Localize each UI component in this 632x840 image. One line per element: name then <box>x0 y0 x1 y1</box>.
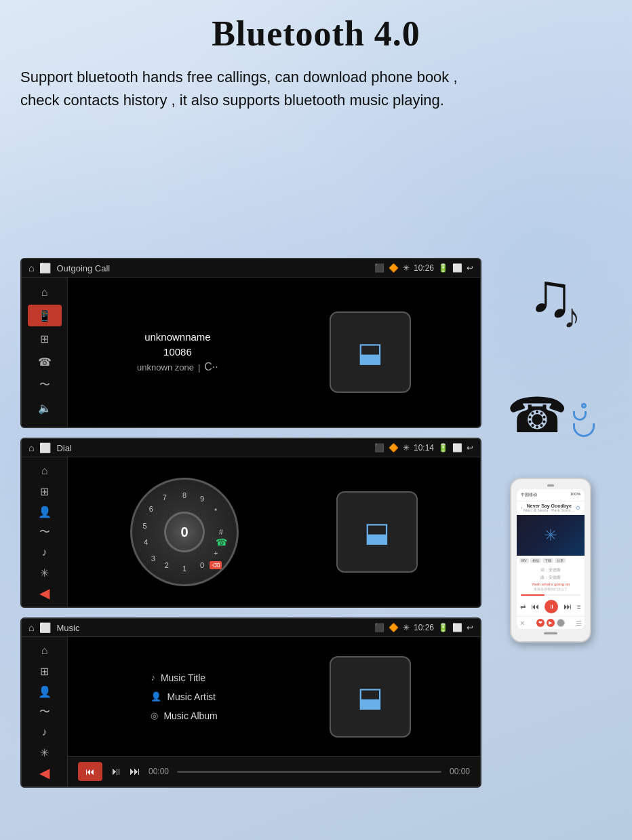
phone-share-icon[interactable]: ⊙ <box>576 505 580 511</box>
phone-status-bar: 中国移动 100% <box>517 489 585 501</box>
dial-screen: ⌂ ⬜ Dial ⬛ 🔶 ✳ 10:14 🔋 ⬜ ↩ ⌂ ⊞ <box>20 438 481 608</box>
sb3-bt[interactable]: ✳ <box>28 743 62 762</box>
phone-pause-icon: ⏸ <box>549 604 554 610</box>
screen-icon-s3: ⬜ <box>39 622 51 633</box>
dial-num-6[interactable]: 6 <box>149 505 153 513</box>
phone-menu[interactable]: ☰ <box>576 619 582 627</box>
music-album-item: ◎ Music Album <box>151 710 217 721</box>
phone-song-title: Never Say Goodbye <box>524 503 575 508</box>
sb3-grid[interactable]: ⊞ <box>28 662 62 681</box>
screen3-header-right: ⬛ 🔶 ✳ 10:26 🔋 ⬜ ↩ <box>374 623 473 632</box>
screen2-content: 8 9 * # + 0 1 2 3 4 5 6 <box>68 457 480 607</box>
dial-num-7[interactable]: 7 <box>163 493 167 501</box>
dot-next[interactable] <box>557 619 565 627</box>
dot-play[interactable]: ▶ <box>547 619 555 627</box>
sb2-bt[interactable]: ✳ <box>28 563 62 582</box>
progress-bar[interactable] <box>177 771 441 773</box>
back-icon-s2[interactable]: ↩ <box>467 443 473 453</box>
dial-num-9[interactable]: 9 <box>200 495 204 503</box>
page-title: Bluetooth 4.0 <box>20 14 612 54</box>
time-s1: 10:26 <box>414 263 434 273</box>
sb3-arrow[interactable]: ◀ <box>28 763 62 782</box>
next-button[interactable]: ⏭ <box>130 765 140 778</box>
sb1-call[interactable]: ☎ <box>28 351 62 373</box>
caller-zone: unknown zone | C·· <box>137 361 218 373</box>
phone-back-arrow[interactable]: ‹ <box>521 505 523 511</box>
sb3-user[interactable]: 👤 <box>28 682 62 701</box>
dial-num-plus[interactable]: + <box>214 549 218 557</box>
sb1-grid[interactable]: ⊞ <box>28 328 62 349</box>
dial-num-star[interactable]: * <box>214 507 217 515</box>
dial-call-green[interactable]: ☎ <box>215 537 229 547</box>
sb1-home[interactable]: ⌂ <box>28 282 62 303</box>
phone-nav: ‹ Never Say Goodbye Marc & Nesta . Park … <box>517 501 585 515</box>
phone-progress[interactable] <box>521 594 580 596</box>
bt-icon-s3: ✳ <box>403 623 410 632</box>
dial-delete[interactable]: ⌫ <box>210 561 222 569</box>
bt-circle-s1: ⬓ <box>330 311 411 393</box>
phone-prev[interactable]: ⏮ <box>531 602 539 611</box>
sb1-phone[interactable]: 📱 <box>28 305 62 326</box>
music-artist-text: Music Artist <box>167 691 216 702</box>
signal-icon-s1: 🔶 <box>389 263 399 273</box>
music-album-icon: ◎ <box>151 710 158 721</box>
sb2-home[interactable]: ⌂ <box>28 461 62 480</box>
sb2-arrow[interactable]: ◀ <box>28 584 62 603</box>
dial-num-0bot[interactable]: 0 <box>200 561 204 569</box>
phone-status-content: 中国移动 100% <box>521 492 580 498</box>
phone-next[interactable]: ⏭ <box>564 602 572 611</box>
bt-symbol-s3: ⬓ <box>357 681 383 712</box>
phone-close[interactable]: ✕ <box>519 619 525 627</box>
fullscreen-icon-s2[interactable]: ⬜ <box>452 443 462 453</box>
lyric-line3: Yeah what's going on <box>521 582 580 586</box>
dot-red[interactable]: ❤ <box>536 619 545 627</box>
phone-home-button[interactable] <box>544 632 557 634</box>
dial-pad[interactable]: 8 9 * # + 0 1 2 3 4 5 6 <box>130 478 239 586</box>
sb3-wifi[interactable]: 〜 <box>28 702 62 721</box>
sb3-music[interactable]: ♪ <box>28 723 62 742</box>
dial-num-5[interactable]: 5 <box>142 522 146 530</box>
phone-play-main[interactable]: ⏸ <box>545 600 558 613</box>
sb1-volume[interactable]: 🔈 <box>28 397 62 419</box>
dial-num-hash[interactable]: # <box>219 528 223 536</box>
fullscreen-icon-s1[interactable]: ⬜ <box>452 263 462 273</box>
sb2-grid[interactable]: ⊞ <box>28 482 62 501</box>
signal-icon-s2: 🔶 <box>389 443 399 453</box>
call-cursor: C·· <box>204 361 218 373</box>
dial-num-2[interactable]: 2 <box>165 561 169 569</box>
time-total: 00:00 <box>450 767 470 776</box>
dial-num-8[interactable]: 8 <box>182 491 186 499</box>
screen2-header-right: ⬛ 🔶 ✳ 10:14 🔋 ⬜ ↩ <box>374 443 473 453</box>
page-description: Support bluetooth hands free callings, c… <box>20 66 468 112</box>
sb3-home[interactable]: ⌂ <box>28 641 62 660</box>
bt-icon-s2: ✳ <box>403 443 410 453</box>
back-icon-s1[interactable]: ↩ <box>467 263 473 273</box>
screen1-body: ⌂ 📱 ⊞ ☎ 〜 🔈 unknownname 10086 unknown zo… <box>22 278 480 427</box>
music-title-item: ♪ Music Title <box>151 672 205 683</box>
screen3-right: ♪ Music Title 👤 Music Artist ◎ Music Alb… <box>68 637 480 786</box>
sb1-antenna[interactable]: 〜 <box>28 374 62 396</box>
lyric-line1: 词：安德斯 <box>521 567 580 573</box>
dial-num-1[interactable]: 1 <box>182 565 186 573</box>
phone-shuffle[interactable]: ⇄ <box>520 603 526 611</box>
fullscreen-icon-s3[interactable]: ⬜ <box>452 623 462 632</box>
screen1-header-right: ⬛ 🔶 ✳ 10:26 🔋 ⬜ ↩ <box>374 263 473 273</box>
screen-icon-s2: ⬜ <box>39 442 51 453</box>
home-icon-s1[interactable]: ⌂ <box>28 263 34 273</box>
back-icon-s3[interactable]: ↩ <box>467 623 473 632</box>
sb2-wifi[interactable]: 〜 <box>28 522 62 541</box>
sb2-music[interactable]: ♪ <box>28 543 62 562</box>
battery-icon-s1: 🔋 <box>438 263 448 273</box>
play-pause-button[interactable]: ⏯ <box>111 765 121 778</box>
dial-num-3[interactable]: 3 <box>151 554 155 562</box>
sb2-user[interactable]: 👤 <box>28 502 62 521</box>
bt-symbol-s2: ⬓ <box>364 516 390 548</box>
prev-button[interactable]: ⏮ <box>78 762 102 781</box>
wifi-bars <box>573 403 595 437</box>
phone-album-art: ✳ <box>517 515 585 556</box>
home-icon-s3[interactable]: ⌂ <box>28 622 34 633</box>
phone-repeat[interactable]: ≡ <box>577 603 581 611</box>
home-icon-s2[interactable]: ⌂ <box>28 442 34 453</box>
screen3-header: ⌂ ⬜ Music ⬛ 🔶 ✳ 10:26 🔋 ⬜ ↩ <box>22 619 480 637</box>
dial-num-4[interactable]: 4 <box>144 538 148 546</box>
